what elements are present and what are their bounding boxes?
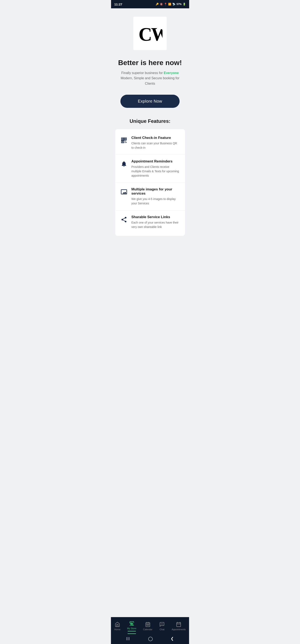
feature-content-checkin: Client Check-in Feature Clients can scan… <box>131 136 180 150</box>
nav-label-mystore: My Store <box>127 627 136 630</box>
svg-rect-13 <box>131 624 131 624</box>
nav-item-chat[interactable]: Chat <box>157 621 168 632</box>
hero-highlight: Everyone <box>164 71 179 75</box>
nav-label-appointments: Appointments <box>172 628 186 631</box>
feature-desc-reminders: Providers and Clients receive multiple E… <box>131 165 180 178</box>
svg-rect-2 <box>122 138 123 139</box>
mute-icon: 🔇 <box>160 3 163 6</box>
store-icon <box>129 620 135 626</box>
svg-point-20 <box>147 625 147 625</box>
system-nav: ||| ◯ ❮ <box>111 634 189 644</box>
nav-item-mystore[interactable]: My Store <box>125 620 139 632</box>
status-time: 11:27 <box>114 2 122 6</box>
status-icons: 🔑 🔇 📍 📶 📡 57% 🔋 <box>156 3 186 6</box>
svg-rect-16 <box>146 622 150 627</box>
hero-subtitle-second: Modern, Simple and Secure booking for Cl… <box>121 76 179 85</box>
feature-content-images: Multiple images for your services We giv… <box>131 187 180 206</box>
features-card: Client Check-in Feature Clients can scan… <box>115 129 185 236</box>
wifi-icon: 📶 <box>168 3 171 6</box>
appointments-icon <box>176 622 182 627</box>
feature-content-share: Sharable Service Links Each one of your … <box>131 215 180 229</box>
home-icon <box>114 622 120 627</box>
feature-name-share: Sharable Service Links <box>131 215 180 219</box>
chat-icon <box>159 622 165 627</box>
location-icon: 📍 <box>164 3 167 6</box>
feature-name-reminders: Appointment Reminders <box>131 159 180 164</box>
svg-text:CW: CW <box>139 24 163 44</box>
battery-icon: 🔋 <box>183 3 186 6</box>
app-logo: CW <box>133 17 167 50</box>
hero-title: Better is here now! <box>115 58 185 67</box>
qr-icon <box>120 136 128 144</box>
features-title: Unique Features: <box>130 118 170 124</box>
nav-label-home: Home <box>114 628 120 631</box>
svg-rect-14 <box>132 624 133 626</box>
feature-desc-images: We give you 4-5 images to display your S… <box>131 197 180 206</box>
active-indicator <box>127 631 136 632</box>
bottom-nav: Home My Store <box>111 617 189 634</box>
calendar-icon <box>145 622 151 627</box>
image-icon <box>120 188 128 196</box>
status-bar: 11:27 🔑 🔇 📍 📶 📡 57% 🔋 <box>111 0 189 8</box>
hero-subtitle: Finally superior business for Everyone M… <box>115 70 185 86</box>
nav-label-chat: Chat <box>160 628 164 631</box>
feature-item-reminders: Appointment Reminders Providers and Clie… <box>115 155 185 183</box>
feature-desc-share: Each one of your services have their ver… <box>131 220 180 229</box>
signal-icon: 📡 <box>172 3 175 6</box>
nav-item-home[interactable]: Home <box>112 621 123 632</box>
feature-item-share: Sharable Service Links Each one of your … <box>115 210 185 234</box>
key-icon: 🔑 <box>156 3 159 6</box>
bell-icon <box>120 160 128 168</box>
svg-point-22 <box>148 625 149 625</box>
share-icon <box>120 216 128 223</box>
explore-now-button[interactable]: Explore Now <box>120 95 180 108</box>
svg-rect-8 <box>125 140 126 141</box>
feature-name-checkin: Client Check-in Feature <box>131 136 180 140</box>
feature-item-images: Multiple images for your services We giv… <box>115 183 185 210</box>
feature-name-images: Multiple images for your services <box>131 187 180 196</box>
svg-rect-11 <box>124 142 125 143</box>
main-content: CW Better is here now! Finally superior … <box>111 8 189 240</box>
nav-item-calendar[interactable]: Calendar <box>141 621 155 632</box>
hero-section: Better is here now! Finally superior bus… <box>115 58 185 86</box>
feature-desc-checkin: Clients can scan your Business QR to che… <box>131 141 180 150</box>
recents-button[interactable]: ||| <box>126 637 130 640</box>
feature-item-checkin: Client Check-in Feature Clients can scan… <box>115 131 185 155</box>
svg-rect-6 <box>122 141 123 142</box>
hero-subtitle-plain: Finally superior business for <box>121 71 164 75</box>
back-button[interactable]: ❮ <box>171 636 174 641</box>
nav-item-appointments[interactable]: Appointments <box>169 621 188 632</box>
svg-rect-7 <box>124 140 125 141</box>
svg-point-21 <box>147 625 148 625</box>
home-button[interactable]: ◯ <box>148 636 153 641</box>
svg-rect-10 <box>126 142 126 142</box>
svg-rect-9 <box>125 141 125 142</box>
svg-rect-4 <box>125 138 126 139</box>
svg-rect-12 <box>125 142 126 143</box>
feature-content-reminders: Appointment Reminders Providers and Clie… <box>131 159 180 178</box>
nav-label-calendar: Calendar <box>143 628 153 631</box>
battery-level: 57% <box>176 3 181 6</box>
